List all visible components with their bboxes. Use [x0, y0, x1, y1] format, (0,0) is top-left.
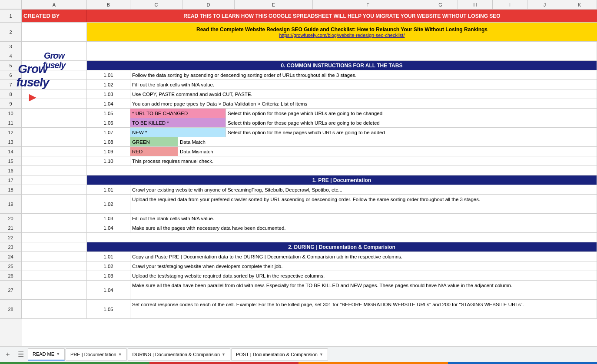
section2-header-cell: 2. DURING | Documentation & Comparision	[87, 242, 597, 251]
yellow-banner-link[interactable]: https://growfusely.com/blog/website-rede…	[279, 33, 405, 38]
row-5: fusely 0. COMMON INSTRUCTIONS FOR ALL TH…	[22, 61, 597, 70]
col-header-a: A	[22, 0, 87, 9]
row-num-13: 13	[0, 137, 22, 147]
logo-blank-13	[22, 137, 87, 146]
s1-text-2: Upload the required data from your prefe…	[130, 195, 597, 213]
bar-green	[0, 362, 149, 364]
add-sheet-button[interactable]: +	[2, 348, 14, 361]
row-6: 1.01 Follow the data sorting by ascendin…	[22, 70, 597, 80]
logo-blank-10	[22, 109, 87, 118]
logo-blank-14	[22, 147, 87, 156]
row-26: 1.03 Upload the test/staging website req…	[22, 271, 597, 281]
bar-red	[149, 362, 299, 364]
blank-16a	[22, 166, 87, 175]
section1-header: 1. PRE | Documentation	[312, 177, 371, 183]
col-header-h: H	[458, 0, 493, 9]
row-2: Read the Complete Website Redesign SEO G…	[22, 23, 597, 42]
s0-text-9: Data Mismatch	[178, 147, 597, 156]
s2-text-4: Make sure all the data have been paralle…	[130, 281, 597, 299]
s1-text-1: Crawl your existing website with anyone …	[130, 185, 597, 194]
tab-during-arrow: ▼	[222, 352, 226, 357]
s2-text-2: Crawl your test/staging website when dev…	[130, 261, 597, 271]
row-num-26: 26	[0, 271, 22, 281]
banner-cell: READ THIS TO LEARN HOW THIS GOOGLE SPREA…	[87, 10, 597, 22]
row-19: 1.02 Upload the required data from your …	[22, 195, 597, 214]
col-header-g: G	[423, 0, 458, 9]
row-num-15: 15	[0, 156, 22, 166]
col-header-c: C	[130, 0, 182, 9]
blank-26a	[22, 271, 87, 280]
created-by-label: CREATED BY	[23, 13, 60, 19]
row-11: 1.06 TO BE KILLED * Select this option f…	[22, 118, 597, 128]
s2-num-3: 1.03	[87, 271, 130, 280]
row-num-25: 25	[0, 261, 22, 271]
row-num-18: 18	[0, 185, 22, 195]
tab-post-arrow: ▼	[319, 352, 323, 357]
s2-num-1: 1.01	[87, 252, 130, 261]
col-header-d: D	[182, 0, 235, 9]
s0-text-5: Select this option for those page which …	[226, 109, 597, 118]
s0-text-10: This process requires manuel check.	[130, 156, 597, 165]
row-num-11: 11	[0, 118, 22, 128]
logo-blank-8	[22, 89, 87, 99]
tabs-bar: + ☰ READ ME ▼ PRE | Documentation ▼ DURI…	[0, 346, 597, 362]
logo-blank-11	[22, 118, 87, 127]
blank-22a	[22, 233, 87, 242]
row-25: 1.02 Crawl your test/staging website whe…	[22, 261, 597, 271]
s0-label-7: NEW *	[130, 128, 226, 137]
blank-23a	[22, 242, 87, 251]
s0-num-2: 1.02	[87, 80, 130, 89]
row-20: 1.03 Fill out the blank cells with N/A v…	[22, 214, 597, 223]
created-by-cell: CREATED BY	[22, 10, 87, 22]
row-num-28: 28	[0, 300, 22, 319]
tab-during[interactable]: DURING | Documentation & Comparision ▼	[128, 348, 230, 361]
row-numbers: 1 2 3 4 5 6 7 8 9 10 11 12 13 14 15 16 1…	[0, 10, 22, 346]
section0-header-cell: 0. COMMON INSTRUCTIONS FOR ALL THE TABS	[87, 61, 597, 70]
row-num-2: 2	[0, 23, 22, 42]
s2-text-3: Upload the test/staging website required…	[130, 271, 597, 280]
tab-read-me-arrow: ▼	[56, 352, 60, 356]
s0-num-4: 1.04	[87, 99, 130, 108]
blank-25a	[22, 261, 87, 271]
column-headers: A B C D E F G H I J K	[0, 0, 597, 10]
tab-post[interactable]: POST | Documentation & Comparision ▼	[231, 348, 328, 361]
bar-orange	[298, 362, 448, 364]
s0-num-10: 1.10	[87, 156, 130, 165]
blank-24a	[22, 252, 87, 261]
row-num-5: 5	[0, 61, 22, 70]
col-header-k: K	[562, 0, 597, 9]
s0-text-2: Fill out the blank cells with N/A value.	[130, 80, 597, 89]
color-bars	[0, 362, 597, 364]
s0-text-7: Select this option for the new pages whi…	[226, 128, 597, 137]
logo-blank-6	[22, 70, 87, 79]
s0-num-9: 1.09	[87, 147, 130, 156]
tab-pre[interactable]: PRE | Documentation ▼	[66, 348, 127, 361]
row-18: 1.01 Crawl your existing website with an…	[22, 185, 597, 195]
yellow-banner-title: Read the Complete Website Redesign SEO G…	[196, 26, 488, 33]
sheets-menu-button[interactable]: ☰	[15, 348, 27, 361]
row-17: 1. PRE | Documentation	[22, 175, 597, 185]
logo-arrow-cell: ▶	[22, 80, 87, 89]
bar-blue	[448, 362, 597, 364]
row-num-20: 20	[0, 214, 22, 223]
logo-blank-12	[22, 128, 87, 137]
row-12: 1.07 NEW * Select this option for the ne…	[22, 128, 597, 137]
row-num-9: 9	[0, 99, 22, 109]
row-num-6: 6	[0, 70, 22, 80]
s0-num-7: 1.07	[87, 128, 130, 137]
row-27: 1.04 Make sure all the data have been pa…	[22, 281, 597, 300]
row-num-3: 3	[0, 42, 22, 51]
spreadsheet: A B C D E F G H I J K 1 2 3 4 5 6 7 8 9 …	[0, 0, 597, 364]
row-9: 1.04 You can add more page types by Data…	[22, 99, 597, 109]
logo-text-top: Grow	[44, 51, 64, 60]
row-4: Grow	[22, 51, 597, 61]
row-num-7: 7	[0, 80, 22, 89]
s0-text-3: Use COPY, PASTE command and avoid CUT, P…	[130, 89, 597, 99]
row-21: 1.04 Make sure all the pages with necess…	[22, 223, 597, 233]
row-28: 1.05 Set correct response codes to each …	[22, 300, 597, 319]
row-7: ▶ 1.02 Fill out the blank cells with N/A…	[22, 80, 597, 89]
tab-read-me[interactable]: READ ME ▼	[28, 348, 65, 361]
blank-22b	[87, 233, 597, 242]
tab-pre-arrow: ▼	[118, 352, 122, 357]
s0-text-8: Data Match	[178, 137, 597, 146]
